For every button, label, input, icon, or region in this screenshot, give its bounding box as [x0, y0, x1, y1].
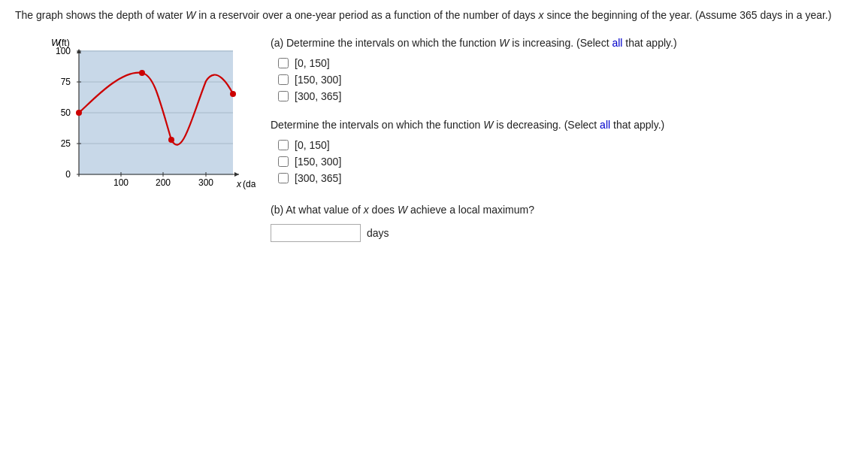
- decreasing-option-2: [150, 300]: [278, 156, 853, 168]
- decreasing-option-3: [300, 365]: [278, 172, 853, 184]
- svg-text:25: 25: [61, 138, 71, 149]
- increasing-options: [0, 150] [150, 300] [300, 365]: [278, 57, 853, 102]
- decreasing-label-3: [300, 365]: [295, 172, 341, 184]
- decreasing-option-1: [0, 150]: [278, 139, 853, 151]
- decreasing-checkbox-1[interactable]: [278, 140, 289, 150]
- svg-text:(days): (days): [243, 179, 256, 189]
- increasing-question-label: (a) Determine the intervals on which the…: [271, 35, 853, 51]
- decreasing-checkbox-2[interactable]: [278, 156, 289, 167]
- svg-rect-2: [79, 50, 233, 174]
- svg-text:200: 200: [156, 177, 171, 188]
- svg-marker-10: [234, 172, 239, 177]
- increasing-block: (a) Determine the intervals on which the…: [271, 35, 853, 102]
- svg-point-31: [168, 137, 174, 143]
- svg-text:100: 100: [56, 46, 71, 56]
- svg-text:x: x: [236, 179, 242, 189]
- decreasing-options: [0, 150] [150, 300] [300, 365]: [278, 139, 853, 184]
- svg-text:0: 0: [65, 169, 71, 180]
- svg-point-32: [230, 91, 236, 97]
- decreasing-label-2: [150, 300]: [295, 156, 341, 168]
- days-unit-label: days: [367, 227, 389, 239]
- decreasing-checkbox-3[interactable]: [278, 173, 289, 183]
- increasing-label-1: [0, 150]: [295, 57, 330, 69]
- part-b-question-label: (b) At what value of x does W achieve a …: [271, 202, 853, 218]
- decreasing-block: Determine the intervals on which the fun…: [271, 117, 853, 184]
- increasing-checkbox-3[interactable]: [278, 91, 289, 101]
- increasing-checkbox-1[interactable]: [278, 58, 289, 68]
- part-b-input-row: days: [271, 224, 853, 242]
- increasing-label-2: [150, 300]: [295, 74, 341, 86]
- increasing-label-3: [300, 365]: [295, 90, 341, 102]
- graph-section: W (ft) 100 75 50 25 0: [38, 35, 256, 242]
- part-b-block: (b) At what value of x does W achieve a …: [271, 202, 853, 242]
- questions-section: (a) Determine the intervals on which the…: [271, 35, 853, 242]
- increasing-checkbox-2[interactable]: [278, 74, 289, 85]
- intro-paragraph: The graph shows the depth of water W in …: [15, 8, 842, 23]
- local-max-input[interactable]: [271, 224, 361, 242]
- decreasing-label-1: [0, 150]: [295, 139, 330, 151]
- increasing-option-3: [300, 365]: [278, 90, 853, 102]
- increasing-option-2: [150, 300]: [278, 74, 853, 86]
- svg-text:300: 300: [198, 177, 213, 188]
- svg-text:75: 75: [61, 77, 71, 87]
- svg-point-30: [139, 70, 145, 76]
- svg-text:50: 50: [61, 107, 71, 118]
- svg-point-29: [76, 110, 82, 116]
- svg-text:100: 100: [113, 177, 129, 188]
- decreasing-question-label: Determine the intervals on which the fun…: [271, 117, 853, 133]
- graph-svg: W (ft) 100 75 50 25 0: [38, 35, 256, 212]
- increasing-option-1: [0, 150]: [278, 57, 853, 69]
